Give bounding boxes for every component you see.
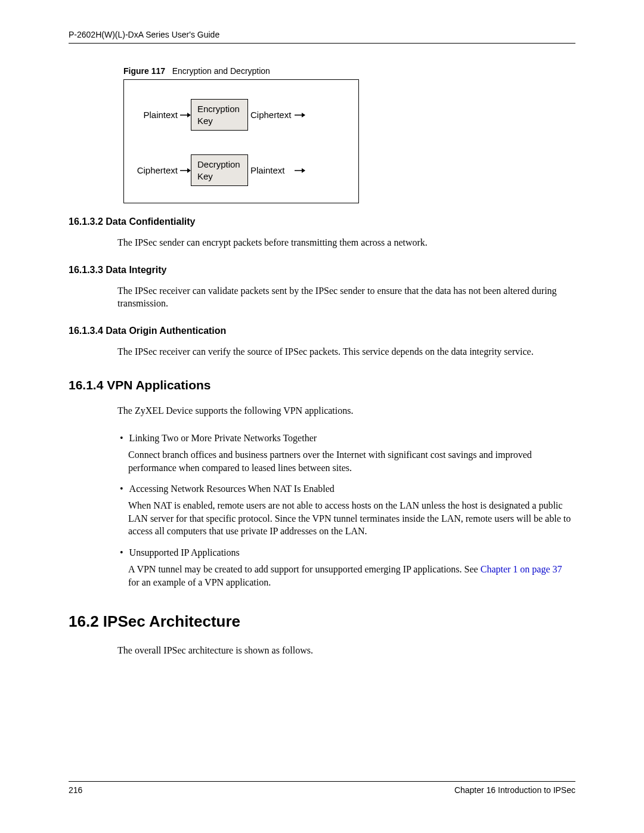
bullet-title: Linking Two or More Private Networks Tog… bbox=[128, 433, 317, 443]
page-number: 216 bbox=[69, 785, 82, 795]
body-text: The IPSec sender can encrypt packets bef… bbox=[117, 236, 575, 249]
arrow-right-icon bbox=[295, 112, 305, 119]
text-fragment: for an example of a VPN application. bbox=[128, 577, 271, 587]
bullet-description: When NAT is enabled, remote users are no… bbox=[128, 499, 575, 538]
decryption-key-box: Decryption Key bbox=[191, 154, 248, 186]
decryption-row: Ciphertext Decryption Key Plaintext bbox=[132, 154, 350, 186]
svg-marker-3 bbox=[302, 113, 305, 117]
encryption-row: Plaintext Encryption Key Ciphertext bbox=[132, 99, 350, 131]
bullet-title: Accessing Network Resources When NAT Is … bbox=[128, 484, 335, 494]
svg-marker-7 bbox=[302, 168, 305, 173]
body-text: The ZyXEL Device supports the following … bbox=[117, 404, 575, 417]
section-heading-16-1-3-4: 16.1.3.4 Data Origin Authentication bbox=[69, 326, 575, 336]
body-text: The IPSec receiver can verify the source… bbox=[117, 345, 575, 358]
page-footer: 216 Chapter 16 Introduction to IPSec bbox=[69, 781, 575, 795]
figure-title: Encryption and Decryption bbox=[172, 66, 270, 76]
figure-caption: Figure 117 Encryption and Decryption bbox=[123, 66, 575, 76]
bullet-description: Connect branch offices and business part… bbox=[128, 448, 575, 474]
list-item: Unsupported IP Applications A VPN tunnel… bbox=[128, 547, 575, 589]
section-heading-16-1-3-3: 16.1.3.3 Data Integrity bbox=[69, 265, 575, 275]
plaintext-label: Plaintext bbox=[132, 110, 180, 120]
arrow-right-icon bbox=[295, 167, 305, 174]
ciphertext-label: Ciphertext bbox=[248, 110, 295, 120]
body-text: The IPSec receiver can validate packets … bbox=[117, 284, 575, 310]
page-header: P-2602H(W)(L)-DxA Series User's Guide bbox=[69, 30, 575, 44]
bullet-title: Unsupported IP Applications bbox=[128, 547, 240, 558]
encryption-diagram: Plaintext Encryption Key Ciphertext Ciph… bbox=[123, 79, 359, 203]
section-heading-16-1-4: 16.1.4 VPN Applications bbox=[69, 378, 575, 392]
list-item: Accessing Network Resources When NAT Is … bbox=[128, 484, 575, 538]
arrow-right-icon bbox=[180, 112, 191, 119]
list-item: Linking Two or More Private Networks Tog… bbox=[128, 433, 575, 474]
section-heading-16-1-3-2: 16.1.3.2 Data Confidentiality bbox=[69, 216, 575, 227]
encryption-key-box: Encryption Key bbox=[191, 99, 248, 131]
vpn-applications-list: Linking Two or More Private Networks Tog… bbox=[128, 433, 575, 589]
plaintext-label: Plaintext bbox=[248, 165, 295, 175]
arrow-right-icon bbox=[180, 167, 191, 174]
chapter-title: Chapter 16 Introduction to IPSec bbox=[454, 785, 575, 795]
bullet-description: A VPN tunnel may be created to add suppo… bbox=[128, 563, 575, 589]
text-fragment: A VPN tunnel may be created to add suppo… bbox=[128, 564, 481, 574]
figure-number: Figure 117 bbox=[123, 66, 165, 76]
body-text: The overall IPSec architecture is shown … bbox=[117, 644, 575, 657]
section-heading-16-2: 16.2 IPSec Architecture bbox=[69, 612, 575, 631]
chapter-link[interactable]: Chapter 1 on page 37 bbox=[481, 564, 562, 574]
ciphertext-label: Ciphertext bbox=[132, 165, 180, 175]
